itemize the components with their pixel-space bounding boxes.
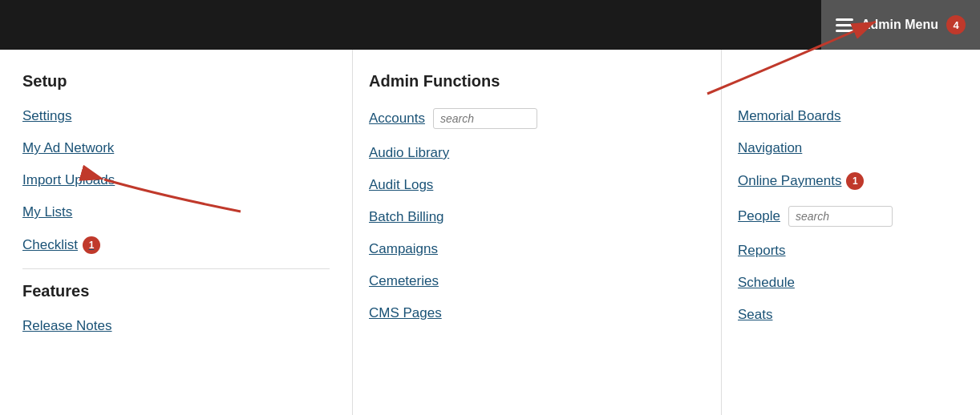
features-section-title: Features bbox=[0, 276, 352, 310]
memorial-boards-row: Memorial Boards bbox=[722, 100, 980, 132]
schedule-link[interactable]: Schedule bbox=[738, 275, 795, 291]
batch-billing-row: Batch Billing bbox=[353, 201, 721, 233]
my-lists-link[interactable]: My Lists bbox=[0, 196, 352, 228]
setup-divider bbox=[22, 268, 330, 269]
checklist-badge: 1 bbox=[83, 236, 100, 254]
accounts-row: Accounts bbox=[353, 100, 721, 137]
checklist-link: Checklist bbox=[22, 237, 78, 253]
admin-menu-button[interactable]: Admin Menu 4 bbox=[821, 0, 980, 50]
cemeteries-link[interactable]: Cemeteries bbox=[369, 273, 439, 289]
admin-functions-title: Admin Functions bbox=[353, 66, 721, 100]
cms-pages-row: CMS Pages bbox=[353, 297, 721, 329]
setup-section-title: Setup bbox=[0, 66, 352, 100]
admin-menu-label: Admin Menu bbox=[861, 18, 938, 32]
cms-pages-link[interactable]: CMS Pages bbox=[369, 305, 442, 321]
reports-row: Reports bbox=[722, 235, 980, 267]
online-payments-row: Online Payments 1 bbox=[722, 164, 980, 198]
main-content: Setup Settings My Ad Network Import Uplo… bbox=[0, 50, 980, 415]
right-column: Memorial Boards Navigation Online Paymen… bbox=[722, 50, 980, 415]
audio-library-link[interactable]: Audio Library bbox=[369, 145, 449, 161]
audio-library-row: Audio Library bbox=[353, 137, 721, 169]
people-row: People bbox=[722, 198, 980, 235]
accounts-search-input[interactable] bbox=[433, 108, 537, 129]
seats-row: Seats bbox=[722, 299, 980, 331]
import-uploads-link[interactable]: Import Uploads bbox=[0, 164, 352, 196]
my-ad-network-link[interactable]: My Ad Network bbox=[0, 132, 352, 164]
reports-link[interactable]: Reports bbox=[738, 243, 786, 259]
hamburger-icon bbox=[836, 18, 853, 32]
memorial-boards-link[interactable]: Memorial Boards bbox=[738, 108, 841, 124]
navigation-link[interactable]: Navigation bbox=[738, 140, 802, 156]
accounts-link[interactable]: Accounts bbox=[369, 111, 425, 127]
campaigns-row: Campaigns bbox=[353, 233, 721, 265]
release-notes-link[interactable]: Release Notes bbox=[0, 310, 352, 342]
cemeteries-row: Cemeteries bbox=[353, 265, 721, 297]
settings-link[interactable]: Settings bbox=[0, 100, 352, 132]
schedule-row: Schedule bbox=[722, 267, 980, 299]
checklist-row[interactable]: Checklist 1 bbox=[0, 228, 352, 262]
people-search-input[interactable] bbox=[788, 206, 893, 227]
batch-billing-link[interactable]: Batch Billing bbox=[369, 209, 444, 225]
admin-menu-badge: 4 bbox=[946, 15, 966, 34]
setup-sidebar: Setup Settings My Ad Network Import Uplo… bbox=[0, 50, 353, 415]
online-payments-badge: 1 bbox=[846, 172, 864, 190]
seats-link[interactable]: Seats bbox=[738, 307, 772, 323]
online-payments-link[interactable]: Online Payments bbox=[738, 173, 841, 189]
audit-logs-row: Audit Logs bbox=[353, 169, 721, 201]
audit-logs-link[interactable]: Audit Logs bbox=[369, 177, 433, 193]
campaigns-link[interactable]: Campaigns bbox=[369, 241, 438, 257]
navigation-row: Navigation bbox=[722, 132, 980, 164]
people-link[interactable]: People bbox=[738, 208, 780, 224]
top-bar: Admin Menu 4 bbox=[0, 0, 980, 50]
admin-functions-column: Admin Functions Accounts Audio Library A… bbox=[353, 50, 722, 415]
